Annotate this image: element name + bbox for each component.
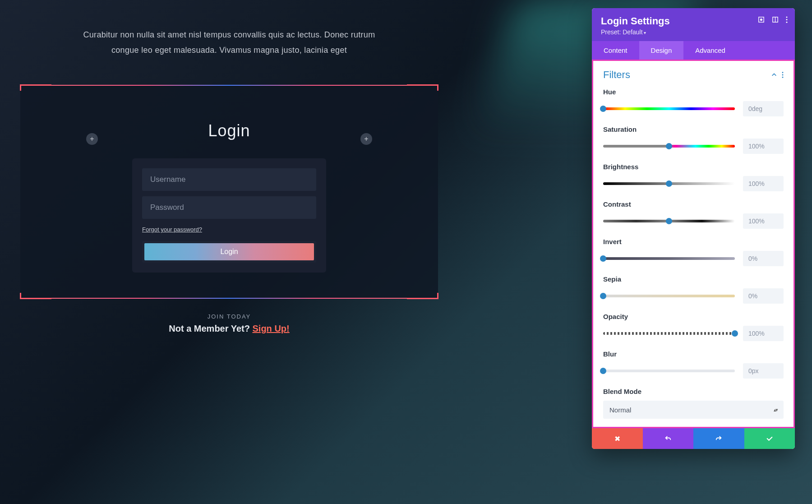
slider-thumb[interactable] xyxy=(600,293,606,299)
settings-panel: Login Settings Preset: Default Content D… xyxy=(592,8,795,449)
slider-brightness[interactable] xyxy=(603,182,735,185)
value-invert[interactable]: 0% xyxy=(743,251,784,266)
value-hue[interactable]: 0deg xyxy=(743,101,784,116)
username-input[interactable] xyxy=(142,168,316,191)
label-blend-mode: Blend Mode xyxy=(603,388,784,395)
label-saturation: Saturation xyxy=(603,125,784,133)
login-submit-button[interactable]: Login xyxy=(144,243,314,260)
undo-button[interactable] xyxy=(643,428,694,449)
slider-thumb[interactable] xyxy=(732,330,738,337)
more-icon[interactable] xyxy=(782,72,784,78)
slider-thumb[interactable] xyxy=(600,255,606,262)
signup-link[interactable]: Sign Up! xyxy=(253,324,290,333)
slider-saturation[interactable] xyxy=(603,145,735,148)
cta-main-text: Not a Member Yet? Sign Up! xyxy=(20,324,438,334)
svg-point-9 xyxy=(782,77,784,78)
slider-sepia[interactable] xyxy=(603,295,735,297)
panel-tabs: Content Design Advanced xyxy=(592,41,795,60)
more-icon[interactable] xyxy=(786,16,788,23)
intro-text: Curabitur non nulla sit amet nisl tempus… xyxy=(71,27,387,58)
panel-header[interactable]: Login Settings Preset: Default xyxy=(592,8,795,41)
svg-point-4 xyxy=(786,16,788,18)
svg-point-5 xyxy=(786,19,788,20)
close-icon: ✖ xyxy=(614,435,620,443)
login-title: Login xyxy=(208,121,250,140)
svg-point-6 xyxy=(786,22,788,23)
plus-icon: + xyxy=(90,135,94,143)
login-module-frame[interactable]: + + Login Forgot your password? Login xyxy=(20,85,438,299)
redo-button[interactable] xyxy=(693,428,744,449)
snap-icon[interactable] xyxy=(772,16,779,23)
label-brightness: Brightness xyxy=(603,163,784,171)
svg-point-1 xyxy=(761,19,762,21)
label-blur: Blur xyxy=(603,350,784,358)
add-module-left-button[interactable]: + xyxy=(86,133,98,145)
panel-preset[interactable]: Preset: Default xyxy=(601,28,786,36)
value-contrast[interactable]: 100% xyxy=(743,213,784,229)
value-saturation[interactable]: 100% xyxy=(743,139,784,154)
undo-icon xyxy=(664,435,672,443)
label-sepia: Sepia xyxy=(603,275,784,283)
slider-thumb[interactable] xyxy=(666,143,672,149)
svg-point-8 xyxy=(782,74,784,76)
value-blur[interactable]: 0px xyxy=(743,363,784,379)
chevron-down-icon xyxy=(643,28,646,36)
select-arrows-icon: ▴▾ xyxy=(774,407,777,413)
check-icon xyxy=(766,435,774,443)
tab-content[interactable]: Content xyxy=(592,41,639,60)
panel-footer: ✖ xyxy=(592,428,795,449)
slider-thumb[interactable] xyxy=(600,368,606,374)
slider-invert[interactable] xyxy=(603,257,735,260)
value-brightness[interactable]: 100% xyxy=(743,176,784,191)
slider-contrast[interactable] xyxy=(603,220,735,222)
plus-icon: + xyxy=(364,135,368,143)
slider-opacity[interactable] xyxy=(603,332,735,335)
collapse-icon[interactable] xyxy=(771,72,777,78)
value-opacity[interactable]: 100% xyxy=(743,326,784,341)
add-module-right-button[interactable]: + xyxy=(360,133,372,145)
slider-hue[interactable] xyxy=(603,107,735,110)
slider-thumb[interactable] xyxy=(666,180,672,187)
slider-thumb[interactable] xyxy=(666,218,672,224)
forgot-password-link[interactable]: Forgot your password? xyxy=(142,226,202,233)
section-title-filters[interactable]: Filters xyxy=(603,69,630,81)
svg-point-7 xyxy=(782,72,784,73)
login-card: Forgot your password? Login xyxy=(132,158,326,273)
password-input[interactable] xyxy=(142,196,316,219)
save-button[interactable] xyxy=(744,428,795,449)
expand-icon[interactable] xyxy=(758,16,765,23)
value-sepia[interactable]: 0% xyxy=(743,288,784,304)
cancel-button[interactable]: ✖ xyxy=(592,428,643,449)
cta-upper-text: Join Today xyxy=(20,313,438,320)
redo-icon xyxy=(715,435,723,443)
tab-advanced[interactable]: Advanced xyxy=(683,41,737,60)
label-invert: Invert xyxy=(603,238,784,245)
slider-thumb[interactable] xyxy=(600,106,606,112)
select-blend-mode[interactable]: Normal ▴▾ xyxy=(603,401,784,419)
label-contrast: Contrast xyxy=(603,200,784,208)
slider-blur[interactable] xyxy=(603,370,735,372)
label-opacity: Opacity xyxy=(603,313,784,320)
label-hue: Hue xyxy=(603,88,784,96)
panel-body: Filters Hue 0deg Saturation xyxy=(592,60,795,428)
tab-design[interactable]: Design xyxy=(639,41,684,60)
